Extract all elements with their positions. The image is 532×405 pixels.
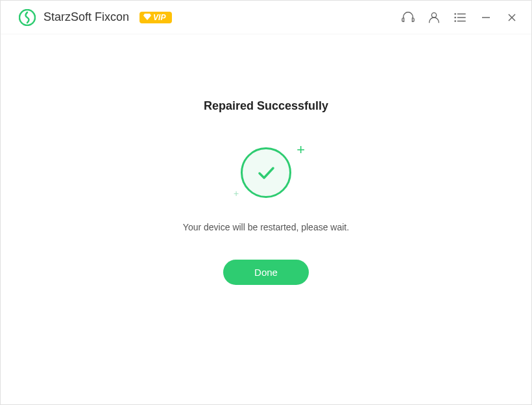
app-window: StarzSoft Fixcon VIP xyxy=(0,0,532,405)
plus-decoration-small: + xyxy=(234,188,239,199)
app-title: StarzSoft Fixcon xyxy=(43,10,129,24)
titlebar-right xyxy=(400,10,520,25)
status-heading: Repaired Successfully xyxy=(204,99,328,113)
checkmark-circle-icon xyxy=(241,147,291,198)
menu-icon[interactable] xyxy=(452,10,468,25)
success-icon: + + xyxy=(227,140,305,205)
svg-point-1 xyxy=(431,12,436,17)
done-button[interactable]: Done xyxy=(223,260,309,285)
svg-point-6 xyxy=(455,20,455,21)
minimize-button[interactable] xyxy=(478,10,494,25)
close-button[interactable] xyxy=(504,10,520,25)
vip-badge[interactable]: VIP xyxy=(139,12,172,23)
support-icon[interactable] xyxy=(400,10,416,25)
svg-point-4 xyxy=(455,17,455,18)
vip-badge-text: VIP xyxy=(153,13,165,22)
plus-decoration-large: + xyxy=(296,141,305,158)
svg-point-2 xyxy=(455,13,455,14)
user-icon[interactable] xyxy=(426,10,442,25)
titlebar: StarzSoft Fixcon VIP xyxy=(1,1,531,34)
status-subtext: Your device will be restarted, please wa… xyxy=(183,222,349,232)
diamond-icon xyxy=(143,13,151,22)
titlebar-left: StarzSoft Fixcon VIP xyxy=(19,9,172,26)
main-content: Repaired Successfully + + Your device wi… xyxy=(1,34,531,404)
app-logo-icon xyxy=(19,9,36,26)
